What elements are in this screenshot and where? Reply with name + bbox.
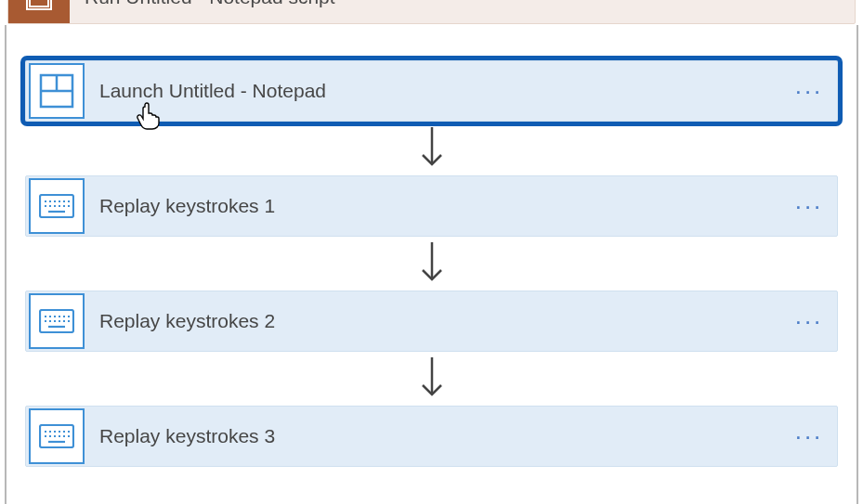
step-menu-button[interactable]: ··· xyxy=(781,422,837,451)
step-launch-notepad[interactable]: Launch Untitled - Notepad ··· xyxy=(25,60,838,122)
flow-arrow xyxy=(25,352,838,406)
flow-arrow xyxy=(25,237,838,291)
window-icon xyxy=(29,63,85,119)
step-menu-button[interactable]: ··· xyxy=(781,77,837,106)
step-label: Replay keystrokes 2 xyxy=(85,310,781,332)
step-menu-button[interactable]: ··· xyxy=(781,307,837,336)
script-header[interactable]: Run Untitled - Notepad script ··· xyxy=(7,0,856,24)
script-menu-button[interactable]: ··· xyxy=(799,0,855,12)
step-label: Replay keystrokes 1 xyxy=(85,195,781,217)
step-label: Replay keystrokes 3 xyxy=(85,425,781,447)
keyboard-icon xyxy=(29,293,85,349)
svg-rect-1 xyxy=(30,0,48,6)
flow-arrow xyxy=(25,122,838,175)
step-label: Launch Untitled - Notepad xyxy=(85,80,781,102)
script-title: Run Untitled - Notepad script xyxy=(70,0,799,8)
step-replay-keystrokes-1[interactable]: Replay keystrokes 1 ··· xyxy=(25,175,838,237)
flow-container: Launch Untitled - Notepad ··· xyxy=(5,25,858,504)
step-replay-keystrokes-3[interactable]: Replay keystrokes 3 ··· xyxy=(25,406,838,467)
script-icon xyxy=(8,0,70,23)
keyboard-icon xyxy=(29,408,85,464)
step-menu-button[interactable]: ··· xyxy=(781,192,837,221)
step-replay-keystrokes-2[interactable]: Replay keystrokes 2 ··· xyxy=(25,291,838,352)
keyboard-icon xyxy=(29,178,85,234)
